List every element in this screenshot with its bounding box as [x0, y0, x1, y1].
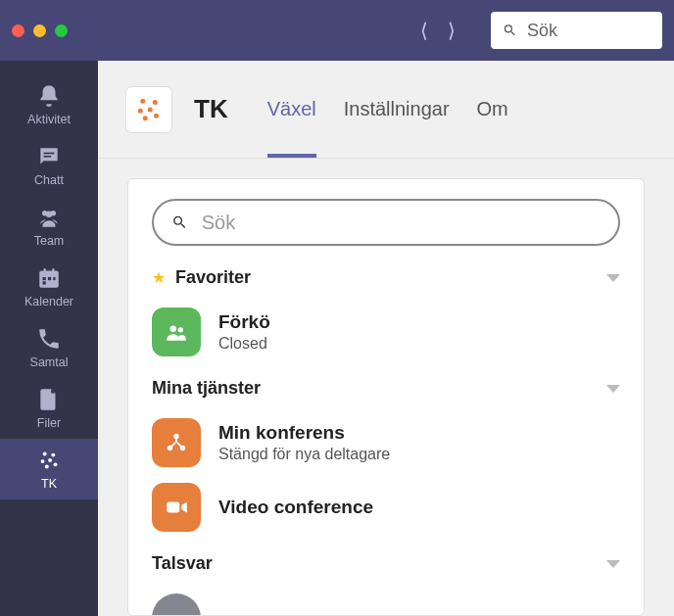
rail-label: TK [41, 477, 57, 491]
svg-point-25 [170, 326, 177, 333]
titlebar: ⟨ ⟩ [0, 0, 674, 61]
search-icon [171, 213, 188, 231]
item-subtitle: Closed [218, 335, 270, 353]
svg-point-19 [140, 98, 145, 103]
svg-point-24 [143, 116, 148, 120]
svg-rect-7 [43, 277, 46, 280]
forward-button[interactable]: ⟩ [448, 19, 456, 42]
rail-item-chat[interactable]: Chatt [0, 135, 98, 196]
close-window-button[interactable] [12, 24, 24, 37]
tab-installningar[interactable]: Inställningar [344, 61, 450, 158]
section-header-favoriter[interactable]: ★ Favoriter [152, 267, 620, 288]
item-subtitle: Stängd för nya deltagare [218, 446, 390, 463]
svg-rect-12 [52, 268, 54, 272]
app-tabs: Växel Inställningar Om [267, 61, 508, 158]
rail-label: Chatt [34, 173, 64, 187]
svg-rect-9 [53, 277, 55, 280]
tab-vaxel[interactable]: Växel [267, 61, 316, 158]
phone-icon [36, 326, 62, 352]
svg-point-4 [46, 212, 53, 218]
list-item[interactable]: Video conference [152, 475, 620, 540]
maximize-window-button[interactable] [55, 24, 68, 37]
list-item[interactable]: Förkö Closed [152, 300, 620, 364]
section-title: Mina tjänster [152, 378, 261, 399]
main-panel: ★ Favoriter Förkö Closed [127, 178, 645, 616]
content-area: TK Växel Inställningar Om ★ [98, 61, 674, 616]
list-item[interactable]: Min konferens Stängd för nya deltagare [152, 410, 620, 475]
group-icon [152, 308, 201, 356]
svg-rect-0 [44, 153, 55, 155]
rail-item-calls[interactable]: Samtal [0, 317, 98, 378]
svg-point-20 [153, 100, 158, 105]
rail-label: Kalender [24, 295, 73, 308]
list-item[interactable] [152, 586, 620, 616]
svg-point-15 [41, 459, 45, 463]
bell-icon [36, 83, 62, 109]
svg-rect-8 [48, 277, 51, 280]
svg-rect-10 [43, 281, 46, 284]
item-icon [152, 593, 201, 616]
team-icon [36, 205, 62, 230]
svg-point-14 [51, 453, 55, 457]
rail-item-team[interactable]: Team [0, 196, 98, 257]
rail-label: Team [34, 234, 65, 248]
rail-item-calendar[interactable]: Kalender [0, 257, 98, 317]
rail-label: Aktivitet [27, 113, 71, 126]
star-icon: ★ [152, 268, 166, 287]
app-logo [125, 86, 172, 133]
svg-point-23 [154, 113, 159, 118]
chevron-down-icon[interactable] [606, 560, 620, 568]
app-header: TK Växel Inställningar Om [98, 61, 674, 159]
global-search[interactable] [491, 12, 662, 49]
section-header-mina-tjanster[interactable]: Mina tjänster [152, 378, 620, 399]
dots-icon [36, 448, 62, 473]
rail-item-activity[interactable]: Aktivitet [0, 74, 98, 135]
network-icon [152, 418, 201, 467]
tab-om[interactable]: Om [477, 61, 508, 158]
global-search-input[interactable] [527, 21, 650, 41]
chevron-down-icon[interactable] [606, 385, 620, 393]
calendar-icon [36, 265, 62, 291]
app-logo-icon [134, 95, 164, 124]
svg-rect-30 [167, 502, 179, 513]
item-title: Video conference [218, 497, 373, 518]
section-title: Favoriter [175, 267, 251, 288]
item-title: Min konferens [218, 422, 390, 444]
back-button[interactable]: ⟨ [420, 19, 428, 42]
item-title: Förkö [218, 311, 270, 333]
svg-point-16 [48, 458, 52, 462]
file-icon [36, 387, 62, 412]
minimize-window-button[interactable] [33, 24, 46, 37]
svg-rect-11 [44, 268, 46, 272]
app-title: TK [194, 94, 228, 124]
rail-label: Filer [37, 416, 61, 430]
history-nav: ⟨ ⟩ [420, 19, 456, 42]
left-rail: Aktivitet Chatt Team Kalender Samtal Fil [0, 61, 98, 616]
rail-item-files[interactable]: Filer [0, 378, 98, 439]
svg-point-18 [45, 465, 49, 469]
panel-search[interactable] [152, 199, 620, 246]
svg-point-17 [54, 462, 58, 466]
chat-icon [36, 144, 62, 169]
rail-label: Samtal [30, 355, 69, 369]
video-icon [152, 483, 201, 532]
rail-item-tk[interactable]: TK [0, 439, 98, 499]
svg-point-21 [138, 108, 143, 113]
search-icon [503, 22, 517, 39]
svg-point-27 [173, 434, 178, 439]
svg-rect-1 [44, 156, 52, 158]
chevron-down-icon[interactable] [606, 274, 620, 282]
section-title: Talsvar [152, 553, 213, 574]
section-header-talsvar[interactable]: Talsvar [152, 553, 620, 574]
svg-point-26 [178, 327, 183, 332]
window-controls [12, 24, 68, 37]
panel-search-input[interactable] [202, 212, 601, 234]
svg-point-22 [148, 107, 153, 112]
svg-point-13 [43, 452, 47, 456]
